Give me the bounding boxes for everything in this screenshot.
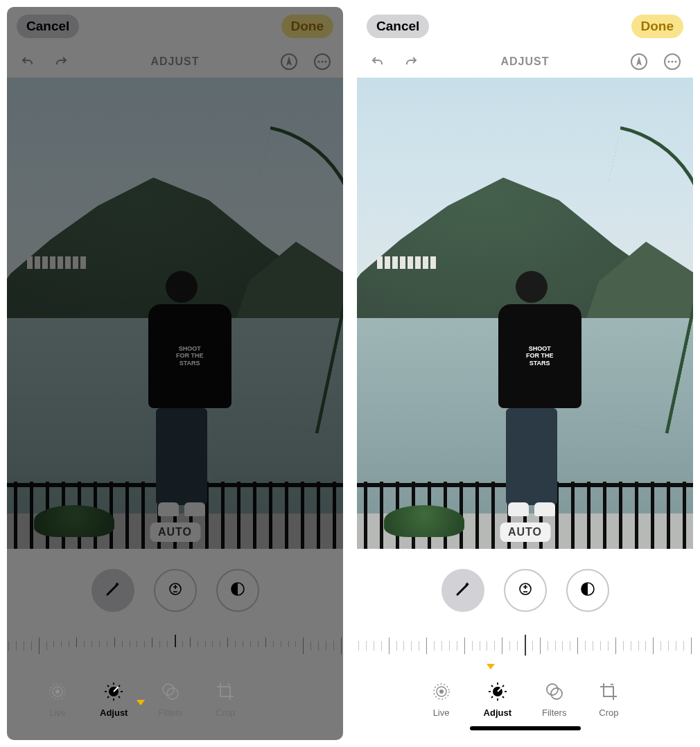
svg-point-25 (674, 60, 676, 62)
crop-icon (597, 680, 620, 703)
secondary-bar: ADJUST (7, 46, 343, 78)
svg-line-17 (107, 696, 109, 698)
svg-point-2 (317, 60, 320, 62)
section-title: ADJUST (500, 55, 549, 68)
exposure-icon (517, 581, 534, 600)
adjust-slider[interactable] (357, 632, 693, 660)
tool-brilliance[interactable] (566, 569, 609, 612)
home-indicator[interactable] (470, 726, 581, 730)
tab-label: Crop (216, 708, 235, 718)
svg-line-16 (119, 696, 120, 698)
crop-icon (213, 680, 237, 703)
photo-canvas[interactable]: SHOOTFOR THESTARS AUTO (7, 78, 343, 549)
brilliance-icon (579, 581, 596, 600)
tool-exposure[interactable] (154, 569, 197, 612)
more-button[interactable] (661, 51, 683, 73)
cancel-button[interactable]: Cancel (367, 15, 429, 38)
tool-brilliance[interactable] (216, 569, 259, 612)
tool-auto-enhance[interactable] (91, 569, 134, 612)
tab-adjust[interactable]: Adjust (484, 680, 511, 718)
tool-auto-enhance[interactable] (441, 569, 484, 612)
live-icon (430, 680, 453, 703)
photo-canvas[interactable]: SHOOTFOR THESTARS AUTO (357, 78, 693, 549)
tab-adjust[interactable]: Adjust (100, 680, 128, 718)
wand-icon (453, 579, 473, 601)
screenshot-right: Cancel Done ADJUST (357, 7, 693, 740)
tab-label: Crop (599, 708, 618, 718)
more-button[interactable] (311, 51, 333, 73)
svg-line-37 (502, 696, 504, 698)
markup-button[interactable] (278, 51, 300, 73)
adjust-tools-row (7, 549, 343, 632)
edit-tab-bar: Live Adjust Filters Crop (7, 660, 343, 737)
exposure-icon (167, 581, 184, 600)
done-button[interactable]: Done (631, 15, 684, 38)
tab-live[interactable]: Live (46, 680, 69, 718)
tab-live[interactable]: Live (430, 680, 453, 718)
undo-button[interactable] (367, 51, 389, 73)
wand-icon (103, 579, 123, 601)
adjust-icon (486, 680, 509, 703)
active-tab-indicator-icon (487, 664, 495, 669)
top-bar: Cancel Done (357, 7, 693, 46)
svg-line-15 (107, 685, 109, 687)
photo-subject: SHOOTFOR THESTARS (148, 271, 216, 525)
filters-icon (159, 680, 182, 703)
redo-button[interactable] (50, 51, 72, 73)
svg-line-38 (491, 696, 493, 698)
tab-label: Adjust (100, 708, 128, 718)
undo-button[interactable] (17, 51, 39, 73)
svg-point-3 (321, 60, 323, 62)
svg-point-23 (667, 60, 670, 62)
svg-point-4 (324, 60, 326, 62)
redo-button[interactable] (400, 51, 422, 73)
svg-line-39 (502, 685, 504, 687)
svg-line-18 (119, 685, 120, 687)
tab-label: Filters (158, 708, 182, 718)
done-button[interactable]: Done (281, 15, 334, 38)
tab-label: Adjust (484, 708, 511, 718)
markup-button[interactable] (628, 51, 650, 73)
tab-label: Live (49, 708, 66, 718)
active-tab-indicator-icon (137, 700, 145, 705)
svg-point-24 (671, 60, 673, 62)
adjust-tools-row (357, 549, 693, 632)
screenshot-left: Cancel Done ADJUST (7, 7, 343, 740)
svg-line-36 (491, 685, 493, 687)
edit-tab-bar: Live Adjust Filters Crop (357, 660, 693, 737)
svg-point-28 (439, 689, 444, 694)
photo-subject: SHOOTFOR THESTARS (498, 271, 566, 525)
auto-badge[interactable]: AUTO (500, 522, 550, 542)
tool-exposure[interactable] (504, 569, 547, 612)
tab-label: Live (433, 708, 450, 718)
tab-crop[interactable]: Crop (213, 680, 237, 718)
tab-filters[interactable]: Filters (158, 680, 182, 718)
cancel-button[interactable]: Cancel (17, 15, 79, 38)
auto-badge[interactable]: AUTO (150, 522, 200, 542)
live-icon (46, 680, 69, 703)
secondary-bar: ADJUST (357, 46, 693, 78)
tab-filters[interactable]: Filters (542, 680, 566, 718)
top-bar: Cancel Done (7, 7, 343, 46)
tab-label: Filters (542, 708, 566, 718)
tab-crop[interactable]: Crop (597, 680, 620, 718)
filters-icon (543, 680, 566, 703)
brilliance-icon (229, 581, 246, 600)
adjust-icon (102, 680, 125, 703)
svg-point-7 (55, 689, 60, 694)
section-title: ADJUST (150, 55, 199, 68)
